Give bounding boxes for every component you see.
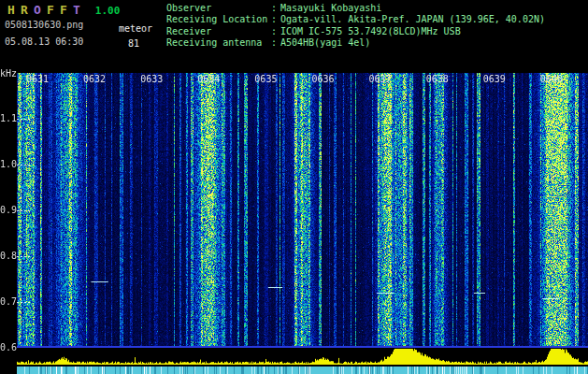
freq-tick-1.1: 1.1: [0, 113, 16, 123]
status-bar-canvas: [17, 367, 588, 374]
freq-tick-0.9: 0.9: [0, 205, 16, 215]
info-separator: :: [271, 3, 280, 14]
app-title-letter: R: [21, 3, 34, 17]
info-separator: :: [271, 37, 280, 49]
output-filename: 0508130630.png: [5, 20, 83, 30]
mode-label: meteor: [119, 23, 152, 34]
app-logo: HROFFT: [7, 3, 86, 17]
info-value: ICOM IC-575 53.7492(8LCD)MHz USB: [280, 26, 461, 36]
hrofft-window: HROFFT 1.00 0508130630.png meteor 05.08.…: [0, 0, 588, 374]
freq-tick-0.6: 0.6: [0, 342, 16, 352]
info-label: Receiver: [166, 26, 271, 37]
app-title-letter: F: [60, 3, 73, 17]
app-title-letter: T: [73, 3, 86, 17]
station-info-line: Observer:Masayuki Kobayashi: [166, 3, 545, 14]
y-axis-unit: kHz: [0, 68, 16, 79]
info-label: Receiving antenna: [166, 37, 271, 49]
meteor-count: 81: [128, 38, 139, 49]
info-label: Receiving Location: [166, 14, 271, 25]
station-info-line: Receiving antenna:A504HB(yagi 4el): [166, 37, 545, 49]
app-title-letter: O: [34, 3, 47, 17]
signal-meter-canvas: [17, 349, 588, 365]
freq-tick-0.7: 0.7: [0, 296, 16, 307]
info-separator: :: [271, 26, 280, 37]
station-info-block: Observer:Masayuki KobayashiReceiving Loc…: [166, 3, 545, 50]
spectrogram-canvas: [17, 73, 588, 348]
info-value: A504HB(yagi 4el): [280, 37, 370, 48]
station-info-line: Receiving Location:Ogata-vill. Akita-Pre…: [166, 14, 545, 25]
app-version: 1.00: [95, 5, 121, 17]
app-title-letter: H: [7, 3, 21, 17]
freq-tick-0.8: 0.8: [0, 251, 16, 261]
station-info-line: Receiver:ICOM IC-575 53.7492(8LCD)MHz US…: [166, 26, 545, 37]
info-value: Masayuki Kobayashi: [280, 3, 381, 13]
app-title-letter: F: [47, 3, 60, 17]
info-label: Observer: [166, 3, 271, 14]
observation-datetime: 05.08.13 06:30: [5, 36, 83, 47]
info-separator: :: [271, 14, 280, 25]
info-value: Ogata-vill. Akita-Pref. JAPAN (139.96E, …: [280, 14, 545, 24]
freq-tick-1.0: 1.0: [0, 159, 16, 169]
app-title: HROFFT 1.00: [7, 3, 120, 17]
